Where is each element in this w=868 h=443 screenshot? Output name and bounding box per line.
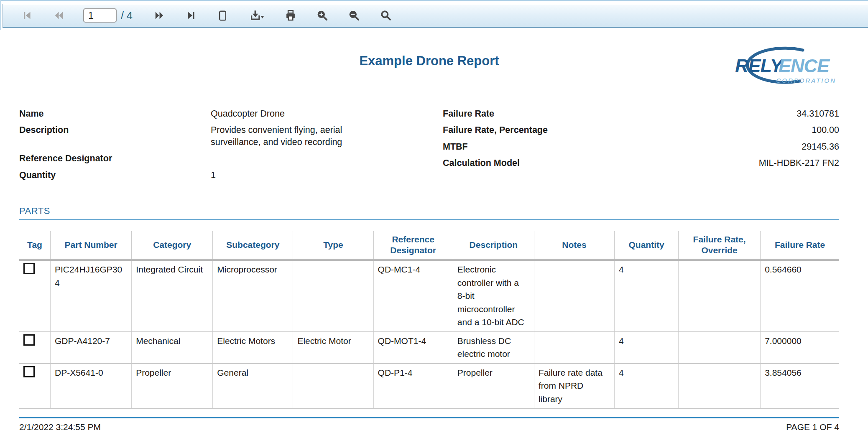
subcategory-cell: Electric Motors <box>213 332 293 364</box>
logo-text-primary: RELY <box>735 55 784 76</box>
printer-icon <box>285 10 296 21</box>
parts-table-header-row: TagPart NumberCategorySubcategoryTypeRef… <box>19 231 839 260</box>
first-page-button[interactable] <box>20 8 35 23</box>
column-header: Reference Designator <box>373 231 453 260</box>
quantity-cell: 4 <box>615 364 679 409</box>
description-cell: Electronic controller with a 8-bit micro… <box>453 260 534 332</box>
column-header: Type <box>293 231 373 260</box>
subcategory-cell: General <box>213 364 293 409</box>
type-cell: Electric Motor <box>293 332 373 364</box>
tag-cell <box>19 364 51 409</box>
parts-section-label: PARTS <box>19 206 839 216</box>
parts-table-row: GDP-A4120-7MechanicalElectric MotorsElec… <box>19 332 839 364</box>
search-icon <box>380 10 392 21</box>
part-number-cell: PIC24HJ16GP304 <box>51 260 132 332</box>
download-icon <box>248 10 265 21</box>
metadata-value: 29145.36 <box>802 141 839 153</box>
print-button[interactable] <box>283 8 298 23</box>
column-header: Subcategory <box>213 231 293 260</box>
metadata-left-column: NameQuadcopter DroneDescriptionProvides … <box>19 108 443 186</box>
subcategory-cell: Microprocessor <box>213 260 293 332</box>
fit-page-button[interactable] <box>215 8 230 23</box>
failure-rate-override-cell <box>679 260 761 332</box>
notes-cell <box>534 260 614 332</box>
last-page-button[interactable] <box>184 8 199 23</box>
column-header: Tag <box>19 231 51 260</box>
next-page-icon <box>154 10 165 21</box>
report-title: Example Drone Report <box>19 53 839 69</box>
metadata-label: Description <box>19 124 211 148</box>
failure-rate-cell: 0.564660 <box>761 260 839 332</box>
type-cell <box>293 364 373 409</box>
metadata-row: Failure Rate, Percentage100.00 <box>443 124 839 136</box>
metadata-label: MTBF <box>443 141 468 153</box>
zoom-out-button[interactable] <box>347 8 362 23</box>
logo-text-secondary: ENCE <box>779 55 830 76</box>
metadata-row: Reference Designator <box>19 153 443 164</box>
row-select-checkbox[interactable] <box>23 334 35 346</box>
tag-cell <box>19 332 51 364</box>
metadata-value: Quadcopter Drone <box>211 108 375 120</box>
first-page-icon <box>22 10 33 21</box>
report-metadata: NameQuadcopter DroneDescriptionProvides … <box>19 108 839 186</box>
quantity-cell: 4 <box>615 332 679 364</box>
part-number-cell: GDP-A4120-7 <box>51 332 132 364</box>
column-header: Failure Rate <box>761 231 839 260</box>
metadata-value: MIL-HDBK-217 FN2 <box>759 157 839 169</box>
row-select-checkbox[interactable] <box>23 366 35 377</box>
metadata-row: MTBF29145.36 <box>443 141 839 153</box>
metadata-right-column: Failure Rate34.310781Failure Rate, Perce… <box>443 108 839 186</box>
metadata-label: Quantity <box>19 169 211 181</box>
reference-designator-cell: QD-MC1-4 <box>373 260 453 332</box>
window-top-border <box>0 0 868 1</box>
previous-page-button[interactable] <box>51 8 66 23</box>
column-header: Description <box>453 231 534 260</box>
description-cell: Brushless DC electric motor <box>453 332 534 364</box>
zoom-in-button[interactable] <box>315 8 330 23</box>
page-number-input[interactable] <box>83 8 117 23</box>
description-cell: Propeller <box>453 364 534 409</box>
metadata-value: 34.310781 <box>797 108 839 120</box>
notes-cell: Failure rate data from NPRD library <box>534 364 614 409</box>
failure-rate-override-cell <box>679 332 761 364</box>
metadata-label: Failure Rate <box>443 108 494 120</box>
metadata-value: 1 <box>211 169 375 181</box>
quantity-cell: 4 <box>615 260 679 332</box>
column-header: Quantity <box>615 231 679 260</box>
relyence-logo: RELY ENCE CORPORATION <box>728 46 842 88</box>
download-button[interactable] <box>247 8 266 23</box>
next-page-button[interactable] <box>152 8 167 23</box>
metadata-value: 100.00 <box>812 124 839 136</box>
column-header: Part Number <box>51 231 132 260</box>
metadata-label: Reference Designator <box>19 153 211 164</box>
column-header: Notes <box>534 231 614 260</box>
failure-rate-cell: 3.854056 <box>761 364 839 409</box>
report-timestamp: 2/1/2022 3:24:55 PM <box>19 422 101 432</box>
reference-designator-cell: QD-P1-4 <box>373 364 453 409</box>
failure-rate-override-cell <box>679 364 761 409</box>
parts-table: TagPart NumberCategorySubcategoryTypeRef… <box>19 231 839 409</box>
metadata-label: Failure Rate, Percentage <box>443 124 548 136</box>
search-button[interactable] <box>378 8 393 23</box>
parts-table-row: PIC24HJ16GP304Integrated CircuitMicropro… <box>19 260 839 332</box>
zoom-in-icon <box>317 10 328 21</box>
row-select-checkbox[interactable] <box>23 263 35 274</box>
type-cell <box>293 260 373 332</box>
metadata-row: Calculation ModelMIL-HDBK-217 FN2 <box>443 157 839 169</box>
metadata-value <box>211 153 375 164</box>
parts-table-row: DP-X5641-0PropellerGeneralQD-P1-4Propell… <box>19 364 839 409</box>
notes-cell <box>534 332 614 364</box>
metadata-row: DescriptionProvides convenient flying, a… <box>19 124 443 148</box>
parts-section-rule <box>19 219 839 220</box>
pdf-viewer-window: { "toolbar": { "page_value": "1", "page_… <box>0 0 868 443</box>
page-footer: 2/1/2022 3:24:55 PM PAGE 1 OF 4 <box>19 418 839 432</box>
failure-rate-cell: 7.000000 <box>761 332 839 364</box>
tag-cell <box>19 260 51 332</box>
column-header: Category <box>132 231 213 260</box>
pdf-toolbar: / 4 <box>3 4 868 28</box>
logo-subtitle: CORPORATION <box>776 77 836 84</box>
report-page: Example Drone Report RELY ENCE CORPORATI… <box>0 30 868 443</box>
metadata-label: Calculation Model <box>443 157 520 169</box>
page-count-label: / 4 <box>121 10 133 22</box>
reference-designator-cell: QD-MOT1-4 <box>373 332 453 364</box>
